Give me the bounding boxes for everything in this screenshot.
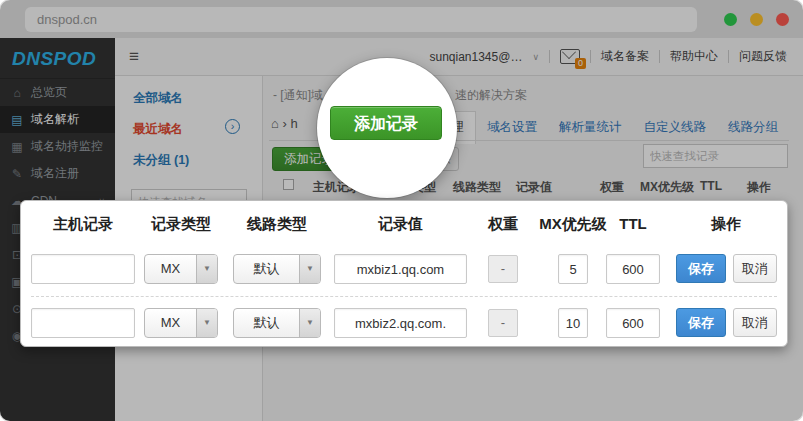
line-type-value: 默认	[234, 309, 299, 337]
record-value-input[interactable]	[334, 254, 467, 284]
browser-window: dnspod.cn DNSPOD ⌂ 总览页 ▤ 域名解析 ▦ 域名劫持监控 ✎…	[0, 0, 803, 421]
record-row: MX ▼ 默认 ▼ - 保存 取消	[21, 254, 789, 284]
dialog-col-value: 记录值	[334, 215, 467, 234]
ttl-input[interactable]	[606, 308, 660, 338]
cancel-button[interactable]: 取消	[733, 308, 777, 337]
row-divider	[31, 296, 777, 297]
record-type-value: MX	[145, 255, 196, 283]
chevron-down-icon: ▼	[196, 255, 217, 283]
chevron-down-icon: ▼	[299, 309, 320, 337]
ttl-input[interactable]	[606, 254, 660, 284]
dialog-col-mx: MX优先级	[533, 215, 613, 234]
record-type-select[interactable]: MX ▼	[144, 254, 218, 284]
save-button[interactable]: 保存	[676, 308, 726, 337]
save-button[interactable]: 保存	[676, 254, 726, 283]
record-type-value: MX	[145, 309, 196, 337]
dialog-col-host: 主机记录	[31, 215, 135, 234]
add-record-dialog: 主机记录 记录类型 线路类型 记录值 权重 MX优先级 TTL 操作 MX ▼ …	[20, 200, 788, 347]
dialog-col-type: 记录类型	[144, 215, 218, 234]
dialog-col-weight: 权重	[473, 215, 533, 234]
dialog-col-ttl: TTL	[603, 215, 663, 232]
weight-readonly: -	[488, 255, 518, 283]
line-type-select[interactable]: 默认 ▼	[233, 308, 321, 338]
magnifier-circle: 添加记录	[317, 58, 457, 198]
host-input[interactable]	[31, 308, 135, 338]
host-input[interactable]	[31, 254, 135, 284]
record-type-select[interactable]: MX ▼	[144, 308, 218, 338]
record-value-input[interactable]	[334, 308, 467, 338]
line-type-value: 默认	[234, 255, 299, 283]
dialog-col-action: 操作	[676, 215, 776, 234]
cancel-button[interactable]: 取消	[733, 254, 777, 283]
line-type-select[interactable]: 默认 ▼	[233, 254, 321, 284]
chevron-down-icon: ▼	[299, 255, 320, 283]
add-record-button-zoomed[interactable]: 添加记录	[330, 106, 442, 140]
mx-priority-input[interactable]	[558, 308, 588, 338]
chevron-down-icon: ▼	[196, 309, 217, 337]
dialog-col-line: 线路类型	[233, 215, 321, 234]
record-row: MX ▼ 默认 ▼ - 保存 取消	[21, 308, 789, 338]
weight-readonly: -	[488, 309, 518, 337]
mx-priority-input[interactable]	[558, 254, 588, 284]
